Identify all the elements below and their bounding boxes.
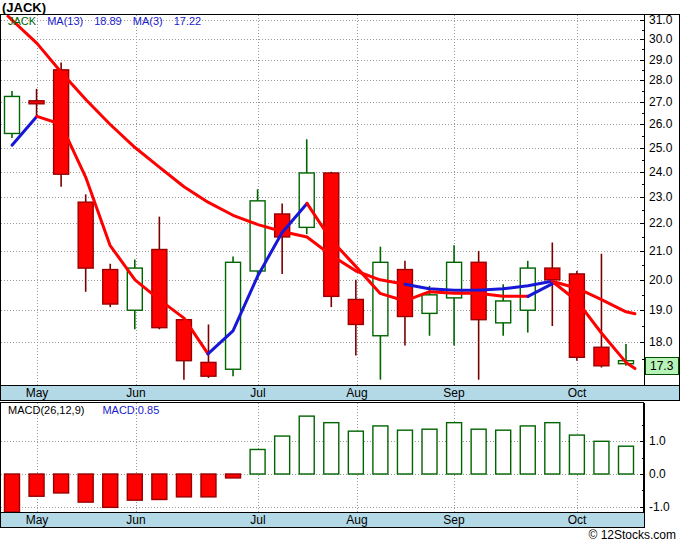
month-strip-macd (1, 513, 645, 528)
candle-body (299, 173, 314, 227)
macd-bar (422, 429, 437, 474)
macd-bar (545, 423, 560, 474)
price-tick-label: 27.0 (649, 95, 673, 109)
macd-bar (471, 429, 486, 474)
candle-body (78, 202, 93, 268)
macd-bar (5, 474, 20, 512)
month-label: Oct (568, 386, 587, 400)
macd-bar (324, 423, 339, 474)
price-tick-label: 18.0 (649, 335, 673, 349)
price-tick-label: 19.0 (649, 303, 673, 317)
month-label: Aug (346, 386, 367, 400)
macd-bar (569, 435, 584, 474)
macd-tick-label: 0.0 (649, 467, 666, 481)
candle-body (5, 96, 20, 133)
candle-body (545, 268, 560, 280)
legend-ma13-value: 18.89 (94, 15, 122, 27)
month-label: Aug (346, 513, 367, 527)
macd-bar (299, 416, 314, 474)
stock-chart-canvas: 31.030.029.028.027.026.025.024.023.022.0… (0, 0, 680, 546)
macd-bar (201, 474, 216, 497)
candle-body (373, 262, 388, 335)
macd-tick-label: -1.0 (649, 500, 670, 514)
price-tick-label: 30.0 (649, 32, 673, 46)
macd-bar (127, 474, 142, 500)
month-label: May (26, 386, 49, 400)
candle-body (152, 249, 167, 327)
candle-body (520, 268, 535, 310)
footer-credit: © 12Stocks.com (588, 528, 676, 542)
price-tick-label: 21.0 (649, 244, 673, 258)
price-tick-label: 23.0 (649, 190, 673, 204)
price-tick-label: 28.0 (649, 73, 673, 87)
legend-ma13-label: MA(13) (47, 15, 83, 27)
legend-ma3-value: 17.22 (174, 15, 202, 27)
macd-bar (103, 474, 118, 507)
month-label: Sep (443, 386, 465, 400)
macd-bar (594, 441, 609, 474)
price-legend: JACKMA(13)18.89MA(3)17.22 (8, 15, 212, 27)
price-tick-label: 29.0 (649, 53, 673, 67)
month-label: Jun (126, 386, 145, 400)
macd-bar (447, 423, 462, 474)
month-label: Sep (443, 513, 465, 527)
macd-bar (176, 474, 191, 497)
macd-bar (275, 436, 290, 474)
candle-body (496, 301, 511, 323)
month-label: Jun (126, 513, 145, 527)
price-tick-label: 25.0 (649, 141, 673, 155)
price-tick-label: 24.0 (649, 165, 673, 179)
candle-body (422, 295, 437, 314)
candle-body (594, 347, 609, 366)
macd-legend: MACD(26,12,9)MACD:0.85 (8, 404, 177, 416)
macd-bar (373, 426, 388, 474)
price-tick-label: 31.0 (649, 13, 673, 27)
month-label: Oct (568, 513, 587, 527)
ma13-line (552, 281, 635, 313)
candle-body (103, 270, 118, 304)
candle-body (397, 270, 412, 317)
macd-bar (348, 431, 363, 474)
macd-bar (397, 430, 412, 474)
last-price-label: 17.3 (650, 359, 674, 373)
macd-bar (78, 474, 93, 502)
month-label: Jul (250, 386, 265, 400)
macd-value: MACD:0.85 (102, 404, 159, 416)
macd-bar (250, 449, 265, 474)
candle-body (29, 101, 44, 104)
macd-bar (226, 474, 241, 478)
macd-bar (520, 426, 535, 474)
macd-tick-label: 1.0 (649, 434, 666, 448)
macd-bar (496, 430, 511, 474)
month-label: May (26, 513, 49, 527)
candle-body (250, 201, 265, 271)
price-tick-label: 22.0 (649, 216, 673, 230)
macd-bar (619, 446, 634, 474)
macd-formula: MACD(26,12,9) (8, 404, 84, 416)
price-tick-label: 26.0 (649, 117, 673, 131)
price-tick-label: 20.0 (649, 273, 673, 287)
macd-bar (54, 474, 69, 493)
candle-body (348, 299, 363, 324)
legend-ma3-label: MA(3) (133, 15, 163, 27)
macd-bar (29, 474, 44, 496)
candle-body (201, 362, 216, 376)
month-label: Jul (250, 513, 265, 527)
macd-bar (152, 474, 167, 500)
legend-symbol: JACK (8, 15, 36, 27)
